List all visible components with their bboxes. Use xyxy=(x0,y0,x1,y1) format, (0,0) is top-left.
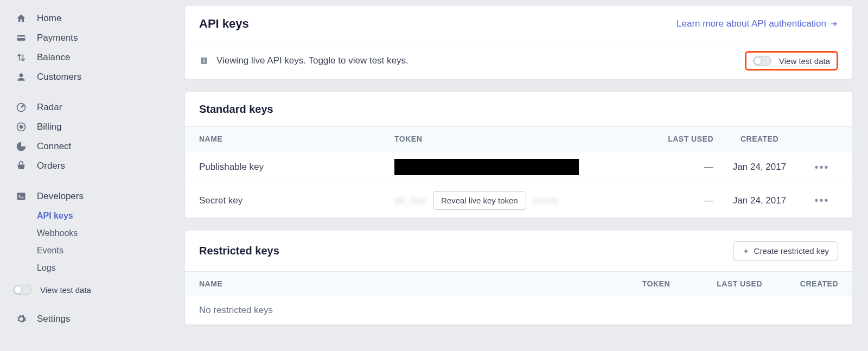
table-row: Secret key sk_live Reveal live key token… xyxy=(185,183,852,218)
home-icon xyxy=(15,12,27,24)
create-restricted-key-button[interactable]: Create restricted key xyxy=(733,241,838,260)
svg-rect-1 xyxy=(17,37,25,39)
view-test-data-highlight: View test data xyxy=(745,51,838,71)
arrow-right-icon xyxy=(829,20,838,28)
sidebar-item-customers[interactable]: Customers xyxy=(0,67,179,87)
sidebar-item-radar[interactable]: Radar xyxy=(0,98,179,117)
restricted-empty-state: No restricted keys xyxy=(185,296,852,324)
sidebar-item-settings[interactable]: Settings xyxy=(0,309,179,329)
svg-rect-9 xyxy=(203,60,205,63)
subnav-webhooks[interactable]: Webhooks xyxy=(37,226,179,241)
balance-icon xyxy=(15,52,27,63)
blurred-token-suffix: xxxxx xyxy=(533,195,559,206)
restricted-keys-title: Restricted keys xyxy=(199,245,279,257)
reveal-token-button[interactable]: Reveal live key token xyxy=(433,191,526,210)
sidebar-item-balance[interactable]: Balance xyxy=(0,48,179,67)
banner-toggle[interactable] xyxy=(753,56,771,66)
col-name: NAME xyxy=(199,279,594,288)
row-actions-button[interactable]: ••• xyxy=(806,161,838,174)
api-keys-header-card: API keys Learn more about API authentica… xyxy=(184,5,853,80)
restricted-table-head: NAME TOKEN LAST USED CREATED xyxy=(185,271,852,296)
col-last-used: LAST USED xyxy=(670,279,762,288)
sidebar-item-label: Settings xyxy=(37,314,70,324)
standard-keys-title: Standard keys xyxy=(199,103,273,116)
sidebar-item-developers[interactable]: Developers xyxy=(0,187,179,206)
key-last-used: — xyxy=(643,195,713,206)
main-content: API keys Learn more about API authentica… xyxy=(179,0,868,351)
sidebar-view-test-label: View test data xyxy=(40,285,91,295)
info-icon xyxy=(199,56,209,66)
sidebar-item-connect[interactable]: Connect xyxy=(0,137,179,156)
billing-icon xyxy=(15,121,27,133)
sidebar-view-test-toggle[interactable]: View test data xyxy=(0,281,179,298)
payments-icon xyxy=(15,32,27,44)
sidebar-item-billing[interactable]: Billing xyxy=(0,117,179,137)
subnav-events[interactable]: Events xyxy=(37,243,179,258)
col-name: NAME xyxy=(199,135,394,143)
sidebar-item-payments[interactable]: Payments xyxy=(0,28,179,48)
customers-icon xyxy=(15,71,27,83)
restricted-keys-card: Restricted keys Create restricted key NA… xyxy=(184,230,853,325)
subnav-api-keys[interactable]: API keys xyxy=(37,208,179,224)
table-row: Publishable key — Jan 24, 2017 ••• xyxy=(185,151,852,183)
subnav-logs[interactable]: Logs xyxy=(37,260,179,276)
banner-toggle-label: View test data xyxy=(779,56,830,66)
key-name: Secret key xyxy=(199,195,394,206)
sidebar-item-label: Billing xyxy=(37,122,61,132)
standard-keys-card: Standard keys NAME TOKEN LAST USED CREAT… xyxy=(184,92,853,218)
sidebar-item-home[interactable]: Home xyxy=(0,9,179,28)
col-token: TOKEN xyxy=(594,279,670,288)
toggle-switch-icon[interactable] xyxy=(13,285,31,295)
page-title: API keys xyxy=(199,17,249,31)
row-actions-button[interactable]: ••• xyxy=(806,194,838,207)
orders-icon xyxy=(15,160,27,172)
radar-icon xyxy=(15,101,27,113)
sidebar-item-label: Home xyxy=(37,13,61,24)
banner-text: Viewing live API keys. Toggle to view te… xyxy=(216,55,409,66)
redacted-token xyxy=(394,159,579,175)
sidebar-item-orders[interactable]: Orders xyxy=(0,156,179,176)
sidebar-item-label: Connect xyxy=(37,141,71,152)
key-created: Jan 24, 2017 xyxy=(713,195,806,206)
col-created: CREATED xyxy=(713,135,806,143)
svg-point-2 xyxy=(20,73,23,77)
sidebar-item-label: Orders xyxy=(37,161,65,171)
key-created: Jan 24, 2017 xyxy=(713,162,806,173)
sidebar-item-label: Balance xyxy=(37,52,70,63)
sidebar-item-label: Developers xyxy=(37,191,84,202)
connect-icon xyxy=(15,141,27,152)
svg-rect-6 xyxy=(17,193,25,200)
gear-icon xyxy=(15,313,27,325)
blurred-token-prefix: sk_live xyxy=(394,195,426,206)
terminal-icon xyxy=(15,190,27,202)
sidebar-item-label: Payments xyxy=(37,33,78,43)
plus-icon xyxy=(742,247,750,255)
sidebar-item-label: Radar xyxy=(37,102,62,113)
sidebar: Home Payments Balance Customers xyxy=(0,0,179,351)
col-token: TOKEN xyxy=(394,135,643,143)
learn-more-link[interactable]: Learn more about API authentication xyxy=(676,18,838,29)
sidebar-item-label: Customers xyxy=(37,72,81,82)
svg-rect-8 xyxy=(203,59,205,60)
col-created: CREATED xyxy=(762,279,838,288)
col-last-used: LAST USED xyxy=(643,135,713,143)
test-data-banner: Viewing live API keys. Toggle to view te… xyxy=(185,42,852,79)
svg-point-5 xyxy=(20,126,23,129)
key-last-used: — xyxy=(643,162,713,173)
key-name: Publishable key xyxy=(199,162,394,173)
standard-table-head: NAME TOKEN LAST USED CREATED xyxy=(185,126,852,151)
